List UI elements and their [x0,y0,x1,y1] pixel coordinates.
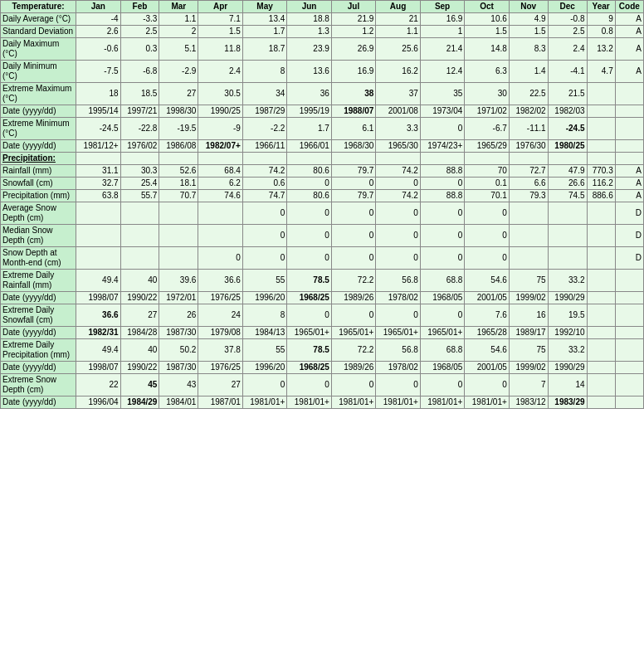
data-cell [615,118,643,140]
data-cell: 24 [198,304,243,327]
data-cell [76,153,121,165]
data-cell: 26.9 [331,38,376,61]
data-cell: 75 [509,270,548,292]
data-cell [615,153,643,165]
data-cell: 13.4 [242,13,287,26]
data-cell: 1.7 [242,26,287,38]
data-cell [420,153,465,165]
data-cell: 10.6 [465,13,510,26]
data-cell: 1990/29 [548,292,587,304]
data-cell: -19.5 [159,118,198,140]
data-cell: 33.2 [548,270,587,292]
data-cell [120,202,159,225]
row-label: Extreme Daily Snowfall (cm) [1,304,76,327]
data-cell: 7.6 [465,304,510,327]
table-row: Date (yyyy/dd)1982/311984/281987/301979/… [1,327,644,339]
data-cell: 1976/30 [509,140,548,153]
data-cell: 21.4 [420,38,465,61]
data-cell [465,153,510,165]
data-cell: 1982/02 [509,105,548,118]
data-cell [615,396,643,409]
data-cell: 0 [242,202,287,225]
data-cell: 6.6 [509,178,548,190]
data-cell: 1996/20 [242,292,287,304]
data-cell: 1.5 [465,26,510,38]
row-label: Daily Maximum (°C) [1,38,76,61]
data-cell: -2.2 [242,118,287,140]
data-cell [509,153,548,165]
data-cell: 0 [242,247,287,270]
data-cell [76,225,121,247]
data-cell: 0 [287,225,332,247]
data-cell [76,202,121,225]
data-cell: 1965/01+ [331,327,376,339]
data-cell: 16.9 [420,13,465,26]
data-cell: 0 [420,374,465,396]
data-cell: 79.7 [331,190,376,202]
data-cell: 8.3 [509,38,548,61]
data-cell: 22 [76,374,121,396]
data-cell: 1992/10 [548,327,587,339]
data-cell: 1998/07 [76,362,121,374]
dec-header: Dec [548,1,587,13]
data-cell: 21.5 [548,83,587,105]
data-cell: 1987/30 [159,362,198,374]
data-cell: 79.3 [509,190,548,202]
data-cell: 9 [587,13,615,26]
data-cell: 0 [376,247,421,270]
data-cell [548,225,587,247]
data-cell [548,247,587,270]
data-cell: 0 [287,202,332,225]
data-cell: 37.8 [198,339,243,362]
data-cell: 55 [242,270,287,292]
data-cell [587,140,615,153]
data-cell: 0 [331,374,376,396]
data-cell: 1989/26 [331,362,376,374]
data-cell: 0 [465,247,510,270]
table-row: Date (yyyy/dd)1981/12+1976/021986/081982… [1,140,644,153]
data-cell: 7 [509,374,548,396]
data-cell: 1.7 [287,118,332,140]
table-row: Extreme Daily Snowfall (cm)36.6272624800… [1,304,644,327]
table-row: Extreme Daily Rainfall (mm)49.44039.636.… [1,270,644,292]
aug-header: Aug [376,1,421,13]
data-cell: 14.8 [465,38,510,61]
data-cell: 1981/01+ [331,396,376,409]
data-cell: 1981/01+ [376,396,421,409]
data-cell [548,153,587,165]
data-cell: 4.9 [509,13,548,26]
data-cell: 2.4 [548,38,587,61]
data-cell: 1.1 [376,26,421,38]
data-cell: 63.8 [76,190,121,202]
data-cell: D [615,225,643,247]
data-cell: 2.6 [76,26,121,38]
data-cell: 1997/21 [120,105,159,118]
data-cell [615,374,643,396]
data-cell: 13.2 [587,38,615,61]
data-cell: 1984/29 [120,396,159,409]
data-cell: 0 [331,225,376,247]
data-cell: 1981/01+ [465,396,510,409]
data-cell: 54.6 [465,270,510,292]
row-label: Date (yyyy/dd) [1,362,76,374]
data-cell [587,396,615,409]
row-label: Extreme Daily Rainfall (mm) [1,270,76,292]
data-cell [587,225,615,247]
data-cell: A [615,190,643,202]
data-cell: -3.3 [120,13,159,26]
row-label: Rainfall (mm) [1,165,76,178]
data-cell: 1965/01+ [376,327,421,339]
data-cell: 0 [287,374,332,396]
data-cell: 1999/02 [509,362,548,374]
data-cell [587,292,615,304]
data-cell: 0 [287,178,332,190]
data-cell: 30.3 [120,165,159,178]
data-cell: 6.3 [465,61,510,83]
data-cell: A [615,61,643,83]
data-cell: 34 [242,83,287,105]
data-cell [615,105,643,118]
data-cell [587,270,615,292]
table-row: Extreme Minimum (°C)-24.5-22.8-19.5-9-2.… [1,118,644,140]
data-cell: 2.5 [548,26,587,38]
data-cell: -0.8 [548,13,587,26]
